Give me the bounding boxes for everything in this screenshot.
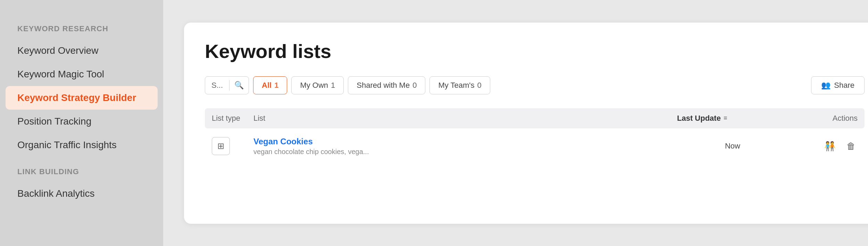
header-actions: Actions <box>788 114 858 123</box>
filter-tab-my-own-count: 1 <box>331 81 335 90</box>
table-header: List type List Last Update ≡ Actions <box>205 108 865 128</box>
delete-button[interactable]: 🗑 <box>844 139 858 154</box>
main-content: Keyword lists S... 🔍 All 1 My Own 1 S <box>163 0 868 246</box>
sidebar-item-keyword-strategy-builder[interactable]: Keyword Strategy Builder <box>6 86 158 110</box>
filter-tab-all-count: 1 <box>274 81 278 90</box>
page-title: Keyword lists <box>205 40 865 62</box>
filter-tab-shared-with-me[interactable]: Shared with Me 0 <box>348 76 425 94</box>
list-description: vegan chocolate chip cookies, vega... <box>253 148 677 156</box>
filter-tab-my-own[interactable]: My Own 1 <box>291 76 344 94</box>
actions-cell: 🧑‍🤝‍🧑 🗑 <box>788 139 858 154</box>
search-icon-button[interactable]: 🔍 <box>229 77 249 94</box>
filter-tab-my-own-label: My Own <box>300 81 328 90</box>
delete-icon: 🗑 <box>846 141 856 152</box>
sidebar-section-label-link-building: LINK BUILDING <box>0 157 163 182</box>
add-user-icon: 🧑‍🤝‍🧑 <box>824 141 835 152</box>
add-user-button[interactable]: 🧑‍🤝‍🧑 <box>822 139 837 154</box>
filter-tab-all[interactable]: All 1 <box>253 76 287 94</box>
filter-tab-my-teams-count: 0 <box>477 81 481 90</box>
keyword-lists-card: Keyword lists S... 🔍 All 1 My Own 1 S <box>184 23 868 224</box>
header-list-type: List type <box>212 114 253 123</box>
sidebar-section-label-keyword-research: KEYWORD RESEARCH <box>0 14 163 39</box>
sidebar-item-backlink-analytics[interactable]: Backlink Analytics <box>0 182 163 205</box>
header-list: List <box>253 114 677 123</box>
table-row: ⊞ Vegan Cookies vegan chocolate chip coo… <box>205 128 865 164</box>
filter-tab-shared-with-me-label: Shared with Me <box>357 81 410 90</box>
share-button-label: Share <box>834 81 854 90</box>
filter-tab-shared-with-me-count: 0 <box>412 81 417 90</box>
filter-tab-my-teams[interactable]: My Team's 0 <box>429 76 490 94</box>
share-button[interactable]: 👥 Share <box>811 76 865 94</box>
list-type-icon: ⊞ <box>212 137 230 155</box>
filter-bar: S... 🔍 All 1 My Own 1 Shared with Me 0 <box>205 76 865 94</box>
sidebar-section-keyword-research: KEYWORD RESEARCH Keyword Overview Keywor… <box>0 14 163 157</box>
sidebar-item-position-tracking[interactable]: Position Tracking <box>0 110 163 133</box>
sort-icon: ≡ <box>724 114 727 122</box>
list-name[interactable]: Vegan Cookies <box>253 137 677 146</box>
sidebar-section-link-building: LINK BUILDING Backlink Analytics <box>0 157 163 205</box>
grid-icon: ⊞ <box>217 141 224 151</box>
sidebar-item-keyword-overview[interactable]: Keyword Overview <box>0 39 163 62</box>
list-info-cell: Vegan Cookies vegan chocolate chip cooki… <box>253 137 677 156</box>
sidebar: KEYWORD RESEARCH Keyword Overview Keywor… <box>0 0 163 246</box>
filter-tab-my-teams-label: My Team's <box>438 81 474 90</box>
sidebar-item-organic-traffic-insights[interactable]: Organic Traffic Insights <box>0 133 163 157</box>
search-box: S... 🔍 <box>205 76 249 94</box>
share-users-icon: 👥 <box>821 81 831 90</box>
list-type-cell: ⊞ <box>212 137 253 155</box>
filter-tab-all-label: All <box>262 81 272 90</box>
sidebar-item-keyword-magic-tool[interactable]: Keyword Magic Tool <box>0 62 163 86</box>
header-last-update[interactable]: Last Update ≡ <box>677 114 788 123</box>
search-icon: 🔍 <box>234 81 244 90</box>
last-update-cell: Now <box>677 142 788 151</box>
search-text-button[interactable]: S... <box>205 77 229 94</box>
